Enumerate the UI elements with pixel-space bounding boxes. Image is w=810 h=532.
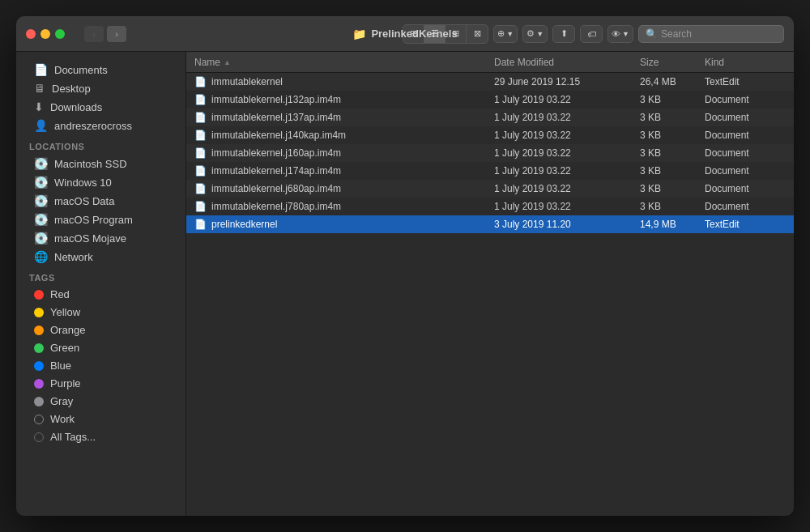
share-button[interactable]: ⬆	[552, 25, 575, 43]
gallery-view-button[interactable]: ⊠	[467, 25, 488, 43]
minimize-button[interactable]	[40, 29, 50, 39]
file-icon: 📄	[194, 112, 207, 123]
search-bar[interactable]: 🔍	[638, 25, 784, 43]
maximize-button[interactable]	[55, 29, 65, 39]
file-icon: 📄	[194, 201, 207, 212]
search-input[interactable]	[661, 28, 777, 40]
red-tag-dot	[34, 290, 44, 300]
file-kind-cell: Document	[705, 201, 786, 212]
file-name: immutablekernel	[211, 76, 283, 87]
view-options-button[interactable]: ⊕ ▼	[493, 25, 518, 43]
table-row[interactable]: 📄 immutablekernel.j132ap.im4m 1 July 201…	[186, 91, 794, 109]
table-row[interactable]: 📄 immutablekernel.j174ap.im4m 1 July 201…	[186, 162, 794, 180]
forward-button[interactable]: ›	[107, 26, 126, 42]
tag-button[interactable]: 🏷	[580, 25, 603, 43]
sidebar-item-tag-work[interactable]: Work	[21, 411, 181, 428]
file-icon: 📄	[194, 219, 207, 230]
sidebar-item-macos-program[interactable]: 💽 macOS Program	[21, 211, 181, 228]
sidebar-item-label: Yellow	[50, 306, 80, 318]
file-date-cell: 1 July 2019 03.22	[494, 183, 640, 194]
back-button[interactable]: ‹	[84, 26, 104, 42]
window-title: 📁 PrelinkedKernels	[352, 28, 457, 40]
sidebar-item-tag-orange[interactable]: Orange	[21, 321, 181, 338]
date-column-header[interactable]: Date Modified	[494, 57, 640, 68]
eye-view-button[interactable]: 👁 ▼	[608, 25, 633, 43]
sidebar-item-tag-purple[interactable]: Purple	[21, 375, 181, 392]
table-row[interactable]: 📄 immutablekernel.j160ap.im4m 1 July 201…	[186, 144, 794, 162]
table-row[interactable]: 📄 immutablekernel.j137ap.im4m 1 July 201…	[186, 109, 794, 126]
sidebar-item-label: Network	[54, 251, 93, 263]
table-row[interactable]: 📄 immutablekernel.j780ap.im4m 1 July 201…	[186, 198, 794, 215]
sidebar-item-desktop[interactable]: 🖥 Desktop	[21, 79, 181, 97]
file-size-cell: 3 KB	[640, 201, 705, 212]
file-name: immutablekernel.j780ap.im4m	[211, 201, 341, 212]
sidebar-item-windows10[interactable]: 💽 Windows 10	[21, 173, 181, 191]
sidebar-item-network[interactable]: 🌐 Network	[21, 248, 181, 266]
sidebar-item-tag-blue[interactable]: Blue	[21, 357, 181, 374]
content-area: 📄 Documents 🖥 Desktop ⬇ Downloads 👤 andr…	[16, 52, 794, 516]
search-icon: 🔍	[646, 28, 658, 40]
view-options-icon: ⊕	[497, 28, 505, 39]
file-kind-cell: Document	[705, 112, 786, 123]
drive-icon: 💽	[34, 157, 48, 170]
sidebar-item-label: Green	[50, 342, 79, 354]
user-icon: 👤	[34, 119, 48, 132]
sidebar-item-label: Orange	[50, 324, 85, 336]
file-date-cell: 1 July 2019 03.22	[494, 201, 640, 212]
table-row[interactable]: 📄 immutablekernel.j680ap.im4m 1 July 201…	[186, 180, 794, 198]
drive-icon: 💽	[34, 176, 48, 189]
table-row[interactable]: 📄 immutablekernel 29 June 2019 12.15 26,…	[186, 73, 794, 91]
file-name: immutablekernel.j132ap.im4m	[211, 94, 341, 105]
file-icon: 📄	[194, 183, 207, 194]
sidebar: 📄 Documents 🖥 Desktop ⬇ Downloads 👤 andr…	[16, 52, 186, 516]
sidebar-item-documents[interactable]: 📄 Documents	[21, 61, 181, 79]
sidebar-item-tag-yellow[interactable]: Yellow	[21, 304, 181, 321]
name-column-header[interactable]: Name ▲	[194, 57, 494, 68]
file-kind-cell: TextEdit	[705, 219, 786, 230]
sidebar-item-label: macOS Data	[54, 195, 114, 207]
sidebar-item-all-tags[interactable]: All Tags...	[21, 428, 181, 445]
titlebar: ‹ › 📁 PrelinkedKernels ⊞ ☰ ⊟ ⊠ ⊕ ▼ ⚙ ▼ ⬆…	[16, 16, 794, 52]
sidebar-item-tag-red[interactable]: Red	[21, 286, 181, 303]
gray-tag-dot	[34, 397, 44, 406]
close-button[interactable]	[26, 29, 36, 39]
file-size-cell: 3 KB	[640, 112, 705, 123]
work-tag-dot	[34, 415, 44, 424]
drive-icon: 💽	[34, 213, 48, 226]
file-icon: 📄	[194, 76, 207, 87]
file-date-cell: 1 July 2019 03.22	[494, 147, 640, 159]
sidebar-item-label: Work	[50, 413, 75, 425]
sidebar-item-label: andreszerocross	[54, 120, 132, 132]
sidebar-item-tag-green[interactable]: Green	[21, 339, 181, 356]
file-size-cell: 3 KB	[640, 147, 705, 159]
size-column-header[interactable]: Size	[640, 57, 705, 68]
all-tags-dot	[34, 432, 44, 442]
table-row[interactable]: 📄 immutablekernel.j140kap.im4m 1 July 20…	[186, 126, 794, 144]
action-button[interactable]: ⚙ ▼	[522, 25, 548, 43]
file-name-cell: 📄 immutablekernel.j680ap.im4m	[194, 183, 494, 194]
drive-icon: 💽	[34, 232, 48, 245]
sidebar-item-user[interactable]: 👤 andreszerocross	[21, 117, 181, 134]
yellow-tag-dot	[34, 308, 44, 317]
sidebar-item-macintosh-ssd[interactable]: 💽 Macintosh SSD	[21, 155, 181, 172]
sidebar-item-label: macOS Program	[54, 214, 133, 226]
sidebar-item-macos-data[interactable]: 💽 macOS Data	[21, 192, 181, 210]
sidebar-item-tag-gray[interactable]: Gray	[21, 393, 181, 410]
file-name: immutablekernel.j680ap.im4m	[211, 183, 341, 194]
sidebar-item-label: Windows 10	[54, 177, 112, 189]
sidebar-item-downloads[interactable]: ⬇ Downloads	[21, 98, 181, 116]
file-date-cell: 29 June 2019 12.15	[494, 76, 640, 87]
sidebar-item-label: Purple	[50, 377, 81, 389]
green-tag-dot	[34, 343, 44, 353]
file-list: 📄 immutablekernel 29 June 2019 12.15 26,…	[186, 73, 794, 516]
table-row[interactable]: 📄 prelinkedkernel 3 July 2019 11.20 14,9…	[186, 215, 794, 233]
file-name: immutablekernel.j137ap.im4m	[211, 112, 341, 123]
file-name: immutablekernel.j160ap.im4m	[211, 147, 341, 159]
kind-column-header[interactable]: Kind	[705, 57, 786, 68]
traffic-lights	[26, 29, 65, 39]
file-kind-cell: Document	[705, 147, 786, 159]
sidebar-item-macos-mojave[interactable]: 💽 macOS Mojave	[21, 229, 181, 247]
sidebar-item-label: Red	[50, 288, 70, 300]
sidebar-item-label: All Tags...	[50, 431, 96, 443]
sidebar-item-label: Documents	[54, 64, 108, 76]
